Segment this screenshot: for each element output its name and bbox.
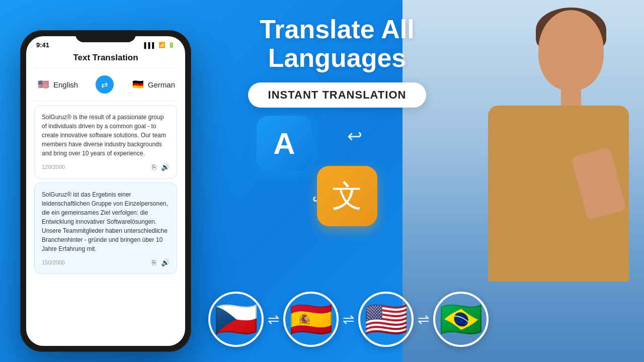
original-text-content: SolGuruz® is the result of a passionate … [42,113,170,158]
arrow-english-brazil: ⇌ [418,311,429,328]
original-char-count: 120/2000 [42,164,65,170]
flag-czech[interactable]: 🇨🇿 [208,292,264,347]
signal-icon: ▌▌▌ [144,42,156,48]
translated-char-count: 150/2000 [42,259,65,265]
target-language-selector[interactable]: 🇩🇪 German [131,77,175,92]
phone-screen: 9:41 ▌▌▌ 📶 🔋 Text Translation 🇺🇸 English [26,36,185,346]
lang-divider [34,101,177,101]
arrow-spanish-english: ⇌ [343,311,354,328]
translated-text-content: SolGuruz® ist das Ergebnis einer leidens… [42,190,170,253]
original-text-actions: ⎘ 🔊 [152,163,170,171]
copy-translated-icon[interactable]: ⎘ [152,258,156,266]
volume-translated-icon[interactable]: 🔊 [161,258,170,266]
source-language-selector[interactable]: 🇺🇸 English [36,77,78,92]
translated-text-actions: ⎘ 🔊 [152,258,170,266]
wifi-icon: 📶 [158,42,166,48]
target-language-icon: 文 [317,166,377,226]
phone-mockup: 9:41 ▌▌▌ 📶 🔋 Text Translation 🇺🇸 English [20,30,191,352]
copy-icon[interactable]: ⎘ [152,163,156,171]
target-flag: 🇩🇪 [131,77,145,92]
swap-button[interactable]: ⇄ [96,75,114,94]
arrow-left-icon: ↩ [347,126,362,147]
flags-row: 🇨🇿 ⇌ 🇪🇸 ⇌ 🇺🇸 ⇌ 🇧🇷 [239,292,458,347]
phone-notch [75,30,136,42]
status-icons: ▌▌▌ 📶 🔋 [144,42,175,48]
source-language-label: English [53,80,78,89]
language-selector[interactable]: 🇺🇸 English ⇄ 🇩🇪 German [26,68,185,101]
flag-spanish[interactable]: 🇪🇸 [283,292,339,347]
phone-frame: 9:41 ▌▌▌ 📶 🔋 Text Translation 🇺🇸 English [20,30,191,352]
source-flag: 🇺🇸 [36,77,50,92]
original-text-footer: 120/2000 ⎘ 🔊 [42,163,170,171]
header: Translate All Languages INSTANT TRANSLAT… [221,15,453,108]
translated-text-box: SolGuruz® ist das Ergebnis einer leidens… [34,183,177,274]
volume-icon[interactable]: 🔊 [161,163,170,171]
translated-text-footer: 150/2000 ⎘ 🔊 [42,258,170,266]
screen-title: Text Translation [26,51,185,68]
target-language-label: German [148,80,175,89]
arrow-czech-spanish: ⇌ [268,311,279,328]
source-language-icon: A [257,116,312,171]
flag-english[interactable]: 🇺🇸 [358,292,414,347]
original-text-box[interactable]: SolGuruz® is the result of a passionate … [34,105,177,178]
instant-badge: INSTANT TRANSLATION [248,82,427,108]
battery-icon: 🔋 [168,42,175,48]
translate-icons-area: A ↩ ↪ 文 [247,116,377,226]
page-title: Translate All Languages [221,15,453,72]
flag-brazil[interactable]: 🇧🇷 [433,292,489,347]
status-time: 9:41 [36,41,49,49]
